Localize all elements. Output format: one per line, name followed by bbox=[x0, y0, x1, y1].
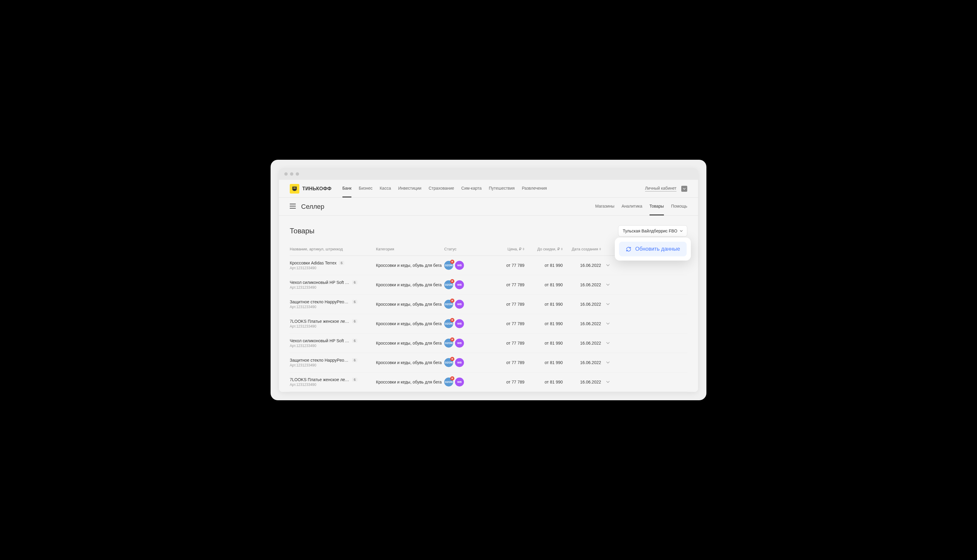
status-chip-wb[interactable]: WB bbox=[455, 261, 464, 270]
status-chip-ozon[interactable]: OZON✕ bbox=[444, 319, 453, 328]
th-date[interactable]: Дата создания bbox=[565, 247, 601, 251]
subnav-item-0[interactable]: Магазины bbox=[595, 198, 614, 215]
table-row: Защитное стекло HappyPeople д... 6 Арт.1… bbox=[290, 353, 687, 372]
page-title: Товары bbox=[290, 227, 315, 235]
status-chip-ozon[interactable]: OZON✕ bbox=[444, 280, 453, 289]
sort-icon bbox=[523, 248, 524, 250]
status-chip-ozon[interactable]: OZON✕ bbox=[444, 300, 453, 309]
discount-cell: от 81 990 bbox=[527, 321, 563, 326]
product-sku: Арт.1231233490 bbox=[290, 344, 374, 348]
browser-chrome bbox=[279, 168, 698, 180]
topnav-item-0[interactable]: Банк bbox=[342, 180, 352, 197]
status-chip-ozon[interactable]: OZON✕ bbox=[444, 338, 453, 348]
subnav-item-1[interactable]: Аналитика bbox=[621, 198, 642, 215]
product-sku: Арт.1231233490 bbox=[290, 285, 374, 290]
product-name-cell: 7LOOKS Платье женское летнее 6 Арт.12312… bbox=[290, 319, 374, 328]
expand-row[interactable] bbox=[603, 341, 613, 345]
date-cell: 16.06.2022 bbox=[565, 341, 601, 345]
products-table: Название, артикул, штрихкод Категория Ст… bbox=[279, 243, 698, 392]
table-row: 7LOOKS Платье женское летнее 6 Арт.12312… bbox=[290, 372, 687, 392]
expand-row[interactable] bbox=[603, 263, 613, 267]
discount-cell: от 81 990 bbox=[527, 263, 563, 268]
status-chip-ozon[interactable]: OZON✕ bbox=[444, 378, 453, 387]
status-chip-wb[interactable]: WB bbox=[455, 319, 464, 328]
topnav-item-7[interactable]: Развлечения bbox=[522, 180, 547, 197]
discount-cell: от 81 990 bbox=[527, 341, 563, 345]
status-chip-wb[interactable]: WB bbox=[455, 280, 464, 289]
product-sku: Арт.1231233490 bbox=[290, 363, 374, 367]
product-sku: Арт.1231233490 bbox=[290, 266, 374, 270]
table-row: Защитное стекло HappyPeople д... 6 Арт.1… bbox=[290, 295, 687, 314]
status-chip-ozon[interactable]: OZON✕ bbox=[444, 358, 453, 367]
product-sku: Арт.1231233490 bbox=[290, 383, 374, 387]
status-cell: OZON✕ WB bbox=[444, 378, 492, 387]
error-badge-icon: ✕ bbox=[450, 298, 454, 303]
status-chip-wb[interactable]: WB bbox=[455, 300, 464, 309]
topnav-item-4[interactable]: Страхование bbox=[429, 180, 454, 197]
product-count-badge: 6 bbox=[352, 300, 357, 304]
subnav-item-2[interactable]: Товары bbox=[650, 198, 664, 215]
product-name-cell: Защитное стекло HappyPeople д... 6 Арт.1… bbox=[290, 300, 374, 309]
topnav-item-5[interactable]: Сим-карта bbox=[461, 180, 482, 197]
category-cell: Кроссовки и кеды, обувь для бега bbox=[376, 321, 442, 326]
date-cell: 16.06.2022 bbox=[565, 321, 601, 326]
svg-rect-0 bbox=[293, 188, 296, 188]
category-cell: Кроссовки и кеды, обувь для бега bbox=[376, 341, 442, 345]
price-cell: от 77 789 bbox=[494, 282, 524, 287]
traffic-light-maximize[interactable] bbox=[296, 172, 299, 176]
error-badge-icon: ✕ bbox=[450, 376, 454, 380]
date-cell: 16.06.2022 bbox=[565, 282, 601, 287]
error-badge-icon: ✕ bbox=[450, 279, 454, 283]
category-cell: Кроссовки и кеды, обувь для бега bbox=[376, 360, 442, 365]
product-sku: Арт.1231233490 bbox=[290, 305, 374, 309]
account-dropdown-icon[interactable] bbox=[681, 186, 687, 192]
chevron-down-icon bbox=[606, 302, 610, 306]
category-cell: Кроссовки и кеды, обувь для бега bbox=[376, 380, 442, 384]
price-cell: от 77 789 bbox=[494, 302, 524, 307]
expand-row[interactable] bbox=[603, 283, 613, 287]
traffic-light-close[interactable] bbox=[284, 172, 288, 176]
logo[interactable]: ТИНЬКОФФ bbox=[290, 184, 332, 193]
refresh-button[interactable]: Обновить данные bbox=[619, 242, 686, 257]
price-cell: от 77 789 bbox=[494, 321, 524, 326]
logo-shield-icon bbox=[290, 184, 299, 193]
status-cell: OZON✕ WB bbox=[444, 319, 492, 328]
discount-cell: от 81 990 bbox=[527, 302, 563, 307]
topnav-item-1[interactable]: Бизнес bbox=[359, 180, 372, 197]
sub-navigation: Селлер МагазиныАналитикаТоварыПомощь bbox=[279, 198, 698, 216]
product-name-cell: Чехол силиконовый HP Soft Tou... 6 Арт.1… bbox=[290, 338, 374, 348]
expand-row[interactable] bbox=[603, 361, 613, 364]
product-name: 7LOOKS Платье женское летнее bbox=[290, 377, 350, 382]
status-chip-ozon[interactable]: OZON✕ bbox=[444, 261, 453, 270]
th-price[interactable]: Цена, ₽ bbox=[494, 247, 524, 251]
discount-cell: от 81 990 bbox=[527, 380, 563, 384]
status-chip-wb[interactable]: WB bbox=[455, 358, 464, 367]
chevron-down-icon bbox=[606, 283, 610, 287]
status-cell: OZON✕ WB bbox=[444, 261, 492, 270]
traffic-light-minimize[interactable] bbox=[290, 172, 293, 176]
topnav-item-6[interactable]: Путешествия bbox=[489, 180, 514, 197]
th-discount[interactable]: До скидки, ₽ bbox=[527, 247, 563, 251]
expand-row[interactable] bbox=[603, 322, 613, 325]
chevron-down-icon bbox=[606, 263, 610, 267]
expand-row[interactable] bbox=[603, 380, 613, 384]
subnav-item-3[interactable]: Помощь bbox=[671, 198, 687, 215]
date-cell: 16.06.2022 bbox=[565, 360, 601, 365]
status-chip-wb[interactable]: WB bbox=[455, 338, 464, 348]
refresh-label: Обновить данные bbox=[635, 246, 680, 252]
product-count-badge: 6 bbox=[352, 319, 357, 323]
expand-row[interactable] bbox=[603, 302, 613, 306]
category-cell: Кроссовки и кеды, обувь для бега bbox=[376, 282, 442, 287]
category-cell: Кроссовки и кеды, обувь для бега bbox=[376, 302, 442, 307]
store-selector[interactable]: Тульская Вайлдберрис FBO bbox=[618, 225, 687, 237]
product-name: Защитное стекло HappyPeople д... bbox=[290, 300, 350, 304]
store-selector-label: Тульская Вайлдберрис FBO bbox=[623, 228, 677, 233]
personal-cabinet-link[interactable]: Личный кабинет bbox=[645, 186, 676, 192]
topnav-item-2[interactable]: Касса bbox=[379, 180, 391, 197]
status-chip-wb[interactable]: WB bbox=[455, 378, 464, 387]
price-cell: от 77 789 bbox=[494, 380, 524, 384]
price-cell: от 77 789 bbox=[494, 341, 524, 345]
topnav-item-3[interactable]: Инвестиции bbox=[398, 180, 421, 197]
product-name-cell: Чехол силиконовый HP Soft Tou... 6 Арт.1… bbox=[290, 280, 374, 290]
hamburger-icon[interactable] bbox=[290, 204, 296, 210]
